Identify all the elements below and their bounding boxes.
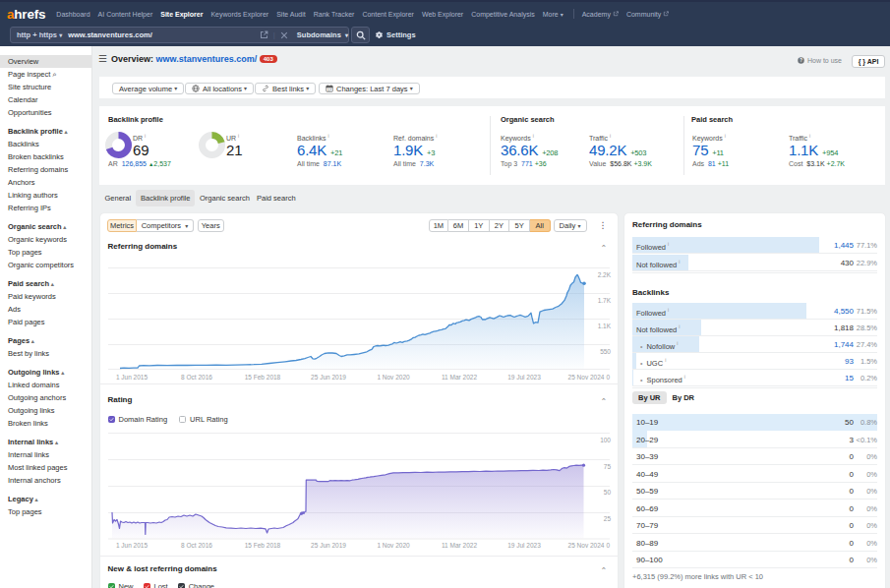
svg-text:25 Jun 2019: 25 Jun 2019 xyxy=(311,542,346,549)
svg-text:8 Oct 2016: 8 Oct 2016 xyxy=(181,542,212,549)
svg-text:8 Oct 2016: 8 Oct 2016 xyxy=(181,374,212,381)
svg-text:25 Jun 2019: 25 Jun 2019 xyxy=(311,374,346,381)
svg-text:1 Nov 2020: 1 Nov 2020 xyxy=(377,542,410,549)
svg-text:0: 0 xyxy=(606,374,610,381)
svg-text:100: 100 xyxy=(600,437,611,443)
svg-text:550: 550 xyxy=(600,348,611,355)
svg-text:19 Jul 2023: 19 Jul 2023 xyxy=(507,374,541,381)
svg-text:25: 25 xyxy=(603,515,611,522)
svg-text:25 Nov 2024: 25 Nov 2024 xyxy=(567,374,604,381)
svg-text:1.1K: 1.1K xyxy=(597,323,611,329)
svg-text:19 Jul 2023: 19 Jul 2023 xyxy=(507,542,541,549)
svg-text:50: 50 xyxy=(603,489,611,496)
svg-text:1 Jun 2015: 1 Jun 2015 xyxy=(115,374,148,381)
svg-text:1 Jun 2015: 1 Jun 2015 xyxy=(115,542,148,549)
svg-text:1.7K: 1.7K xyxy=(597,297,611,304)
svg-text:15 Feb 2018: 15 Feb 2018 xyxy=(244,374,280,381)
svg-text:1 Nov 2020: 1 Nov 2020 xyxy=(377,374,410,381)
svg-text:17: 17 xyxy=(327,88,331,92)
svg-text:0: 0 xyxy=(606,542,610,549)
svg-text:2.2K: 2.2K xyxy=(597,271,611,278)
svg-text:11 Mar 2022: 11 Mar 2022 xyxy=(441,374,476,381)
svg-text:?: ? xyxy=(800,58,802,63)
svg-text:75: 75 xyxy=(603,463,611,470)
svg-text:15 Feb 2018: 15 Feb 2018 xyxy=(244,542,280,549)
svg-text:25 Nov 2024: 25 Nov 2024 xyxy=(567,542,604,549)
svg-text:11 Mar 2022: 11 Mar 2022 xyxy=(441,542,476,549)
